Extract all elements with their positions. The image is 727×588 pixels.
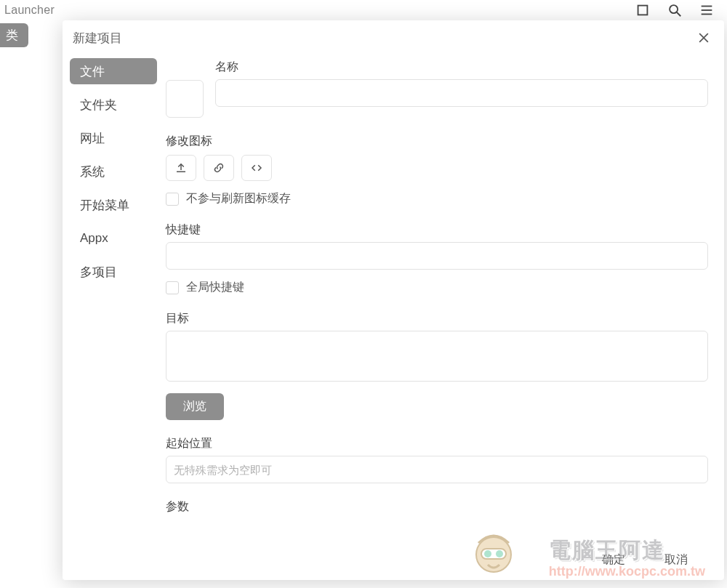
cache-checkbox-label: 不参与刷新图标缓存 (186, 191, 291, 206)
global-hotkey-checkbox[interactable] (166, 281, 179, 294)
target-label: 目标 (166, 311, 708, 326)
name-label: 名称 (215, 60, 708, 75)
dialog-title: 新建项目 (73, 30, 122, 47)
tab-start-menu[interactable]: 开始菜单 (70, 192, 157, 218)
tab-url[interactable]: 网址 (70, 125, 157, 151)
form-area: 名称 修改图标 (157, 57, 717, 539)
svg-rect-0 (638, 6, 648, 15)
category-chip[interactable]: 类 (0, 23, 28, 47)
cancel-button[interactable]: 取消 (664, 552, 688, 568)
item-icon-preview[interactable] (166, 80, 204, 118)
global-hotkey-label: 全局快捷键 (186, 280, 244, 295)
type-tabs: 文件 文件夹 网址 系统 开始菜单 Appx 多项目 (70, 57, 157, 539)
new-item-dialog: 新建项目 文件 文件夹 网址 系统 开始菜单 Appx 多项目 名称 (63, 20, 724, 580)
params-label: 参数 (166, 499, 708, 515)
tab-folder[interactable]: 文件夹 (70, 92, 157, 118)
startdir-input[interactable] (166, 456, 708, 483)
code-icon[interactable] (241, 155, 272, 181)
app-title: Launcher (4, 4, 55, 17)
hotkey-input[interactable] (166, 242, 708, 270)
tab-system[interactable]: 系统 (70, 158, 157, 185)
menu-icon[interactable] (691, 0, 723, 20)
hotkey-label: 快捷键 (166, 222, 708, 238)
browse-button[interactable]: 浏览 (166, 393, 224, 420)
icon-label: 修改图标 (166, 134, 708, 149)
search-icon[interactable] (659, 0, 691, 20)
svg-point-1 (670, 5, 678, 13)
window-restore-icon[interactable] (627, 0, 659, 20)
target-input[interactable] (166, 331, 708, 382)
startdir-label: 起始位置 (166, 436, 708, 451)
tab-file[interactable]: 文件 (70, 58, 157, 84)
ok-button[interactable]: 确定 (602, 552, 625, 568)
svg-line-2 (677, 12, 681, 17)
upload-icon[interactable] (166, 155, 196, 181)
tab-multi[interactable]: 多项目 (70, 259, 157, 285)
tab-appx[interactable]: Appx (70, 225, 157, 251)
cache-checkbox[interactable] (166, 193, 179, 206)
close-icon[interactable] (694, 28, 714, 48)
link-icon[interactable] (204, 155, 234, 181)
name-input[interactable] (215, 79, 708, 107)
